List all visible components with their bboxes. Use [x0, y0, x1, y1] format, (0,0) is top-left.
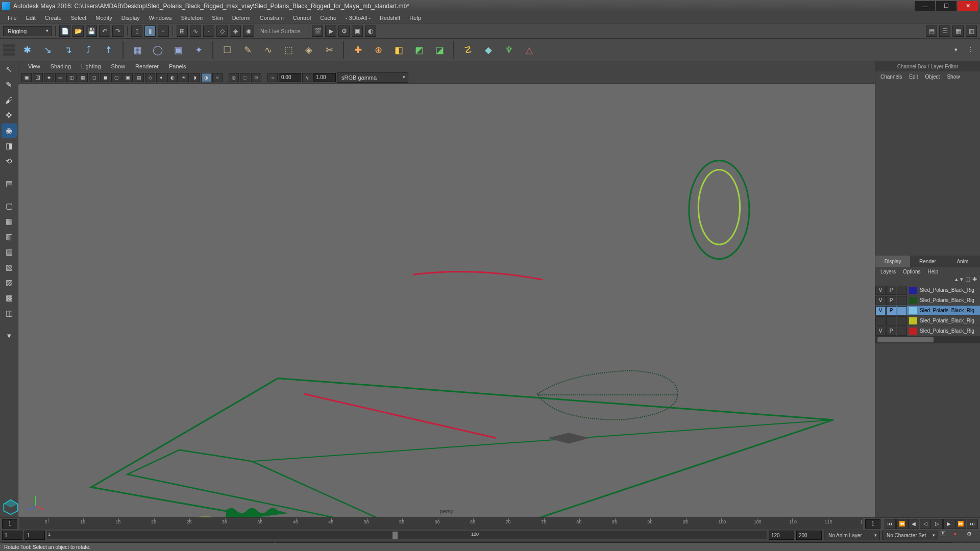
menu-3dtoall[interactable]: - 3DtoAll - [341, 13, 375, 22]
vp-exposure-icon[interactable]: ☼ [267, 73, 278, 82]
menu-display[interactable]: Display [117, 13, 144, 22]
character-set-dropdown[interactable]: No Character Set [882, 531, 938, 540]
lasso-tool-icon[interactable]: ✎ [2, 78, 17, 92]
cb-menu-edit[interactable]: Edit [906, 73, 921, 81]
shelf-ikspline-icon[interactable]: ↴ [59, 41, 77, 59]
set-key-icon[interactable]: ● [953, 531, 965, 540]
select-by-object-icon[interactable]: ▮ [144, 26, 156, 37]
shelf-constraint-icon[interactable]: ◩ [410, 41, 428, 59]
menuset-dropdown[interactable]: Rigging [3, 26, 52, 36]
three-pane-icon[interactable]: ▧ [2, 260, 17, 274]
viewport-3d[interactable]: persp [18, 84, 875, 517]
auto-key-icon[interactable]: ⚿ [940, 531, 951, 540]
anim-layer-dropdown[interactable]: No Anim Layer [824, 531, 880, 540]
tab-render[interactable]: Render [910, 256, 945, 267]
snap-live-icon[interactable]: ◈ [230, 26, 241, 37]
current-time-field-left[interactable] [2, 519, 17, 529]
single-pane-icon[interactable]: ▢ [2, 199, 17, 213]
menu-modify[interactable]: Modify [91, 13, 116, 22]
select-by-component-icon[interactable]: ▫ [158, 26, 169, 37]
shelf-cluster-icon[interactable]: ✦ [190, 41, 207, 59]
maya-viewcube-icon[interactable] [2, 498, 19, 515]
menu-select[interactable]: Select [66, 13, 91, 22]
render-frame-icon[interactable]: 🎬 [312, 26, 323, 37]
shelf-pose-icon[interactable]: △ [521, 41, 538, 59]
layer-vis-toggle[interactable]: V [875, 327, 886, 336]
vp-film-gate-icon[interactable]: ◻ [89, 73, 99, 82]
layer-color-swatch[interactable] [909, 328, 917, 335]
cb-menu-show[interactable]: Show [944, 73, 963, 81]
vp-bookmark-icon[interactable]: ★ [44, 73, 54, 82]
layer-name[interactable]: Sled_Polaris_Black_Rig [919, 308, 980, 313]
shelf-cube-icon[interactable]: ▣ [169, 41, 187, 59]
sidebartoggle-icon[interactable]: ▤ [926, 26, 937, 37]
menu-control[interactable]: Control [288, 13, 315, 22]
vp-field-icon[interactable]: ▣ [122, 73, 133, 82]
play-back-icon[interactable]: ◁ [920, 519, 931, 529]
step-fwd-key-icon[interactable]: ⏩ [955, 519, 966, 529]
menu-help[interactable]: Help [405, 13, 426, 22]
range-track[interactable]: 1 120 [47, 531, 767, 539]
vp-image-plane-icon[interactable]: ▭ [55, 73, 65, 82]
layer-new-empty-icon[interactable]: ◫ [965, 276, 970, 285]
goto-end-icon[interactable]: ⏭ [967, 519, 978, 529]
shelf-human-icon[interactable]: ♆ [500, 41, 518, 59]
shelf-lattice-icon[interactable]: ▦ [129, 41, 146, 59]
tooloptions-icon[interactable]: ▦ [952, 26, 964, 37]
layer-vis-toggle[interactable]: V [875, 306, 886, 315]
paint-select-tool-icon[interactable]: 🖌 [2, 93, 17, 107]
layer-color-swatch[interactable] [909, 317, 917, 324]
layer-row[interactable]: Sled_Polaris_Black_Rig [875, 316, 980, 326]
menu-deform[interactable]: Deform [228, 13, 255, 22]
layer-playback-toggle[interactable]: P [886, 286, 896, 295]
shelf-locator-icon[interactable]: ✚ [349, 41, 366, 59]
shelf-paint-icon[interactable]: ✎ [239, 41, 256, 59]
menu-skeleton[interactable]: Skeleton [176, 13, 207, 22]
render-settings-icon[interactable]: ⚙ [338, 26, 350, 37]
shelf-tabs-handle[interactable] [3, 44, 15, 56]
vp-xray-joints-icon[interactable]: ⊙ [251, 73, 261, 82]
snap-plane-icon[interactable]: ◇ [216, 26, 228, 37]
shelf-weight-icon[interactable]: ⬚ [280, 41, 297, 59]
vp-gamma-icon[interactable]: γ [302, 73, 312, 82]
layer-type-toggle[interactable] [897, 327, 907, 336]
vp-menu-shading[interactable]: Shading [46, 62, 76, 70]
shelf-options-icon[interactable]: ⋮ [965, 44, 976, 55]
layer-playback-toggle[interactable] [886, 316, 896, 325]
last-tool-icon[interactable]: ⟲ [2, 154, 17, 168]
custom-layout-icon[interactable]: ▩ [2, 291, 17, 305]
four-pane-icon[interactable]: ▦ [2, 214, 17, 229]
attreditor-icon[interactable]: ☰ [939, 26, 950, 37]
redo-icon[interactable]: ↷ [112, 26, 124, 37]
scale-tool-icon[interactable]: ◨ [2, 139, 17, 153]
menu-create[interactable]: Create [40, 13, 66, 22]
select-tool-icon[interactable]: ↖ [2, 62, 17, 77]
shelf-locator2-icon[interactable]: ⊕ [370, 41, 387, 59]
vp-menu-view[interactable]: View [23, 62, 45, 70]
vp-menu-panels[interactable]: Panels [164, 62, 191, 70]
vp-isolate-icon[interactable]: ◎ [229, 73, 239, 82]
vp-camera-select-icon[interactable]: ▣ [21, 73, 32, 82]
shelf-mirror-icon[interactable]: ☨ [100, 41, 117, 59]
layers-help[interactable]: Help [924, 268, 941, 275]
cb-menu-channels[interactable]: Channels [877, 73, 905, 81]
vp-camera-lock-icon[interactable]: ⚿ [33, 73, 43, 82]
open-scene-icon[interactable]: 📂 [72, 26, 84, 37]
select-by-hierarchy-icon[interactable]: ▯ [131, 26, 142, 37]
shelf-hik-icon[interactable]: ☡ [459, 41, 477, 59]
layer-type-toggle[interactable] [897, 306, 907, 315]
layer-type-toggle[interactable] [897, 316, 907, 325]
shelf-ik-icon[interactable]: ↘ [39, 41, 56, 59]
layer-row[interactable]: V P Sled_Polaris_Black_Rig [875, 306, 980, 316]
shelf-quick-icon[interactable]: ◆ [480, 41, 497, 59]
layer-vis-toggle[interactable]: V [875, 286, 886, 295]
step-back-icon[interactable]: ◀ [908, 519, 919, 529]
vp-shaded-icon[interactable]: ● [156, 73, 166, 82]
shelf-mirror-skin-icon[interactable]: ◈ [300, 41, 317, 59]
layer-type-toggle[interactable] [897, 296, 907, 305]
channelbox-icon[interactable]: ▥ [966, 26, 977, 37]
tab-anim[interactable]: Anim [945, 256, 980, 267]
shelf-sphere-icon[interactable]: ◯ [149, 41, 166, 59]
layer-playback-toggle[interactable]: P [886, 306, 896, 315]
vp-safe-icon[interactable]: ▤ [134, 73, 144, 82]
